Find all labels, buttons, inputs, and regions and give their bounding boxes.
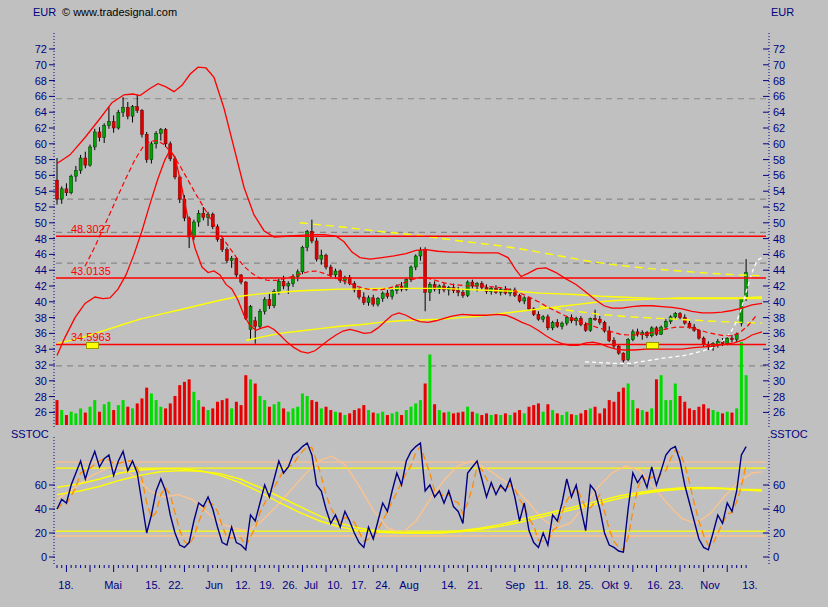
volume-bar: [325, 407, 328, 425]
candle: [112, 122, 115, 128]
candle: [697, 330, 700, 338]
volume-bar: [155, 400, 158, 425]
volume-bar: [376, 413, 379, 425]
axis-tick-label: 48: [773, 233, 785, 245]
axis-tick-label: 11.: [534, 579, 548, 591]
volume-bar: [735, 408, 738, 425]
volume-bar: [339, 413, 342, 425]
volume-bar: [169, 403, 172, 425]
volume-bar: [589, 408, 592, 425]
volume-bar: [650, 408, 653, 425]
volume-bar: [145, 388, 148, 425]
volume-bar: [216, 402, 219, 425]
candle: [730, 338, 733, 340]
axis-tick-label: 40: [35, 296, 47, 308]
candle: [103, 126, 106, 138]
axes: 7272707068686666646462626060585856565454…: [35, 33, 786, 591]
volume-bar: [122, 400, 125, 425]
volume-bar: [367, 410, 370, 425]
candle: [334, 271, 337, 275]
axis-tick-label: 28: [773, 391, 785, 403]
hline-drag-handle[interactable]: [646, 342, 659, 349]
volume-bar: [669, 400, 672, 425]
volume-bar: [60, 410, 63, 425]
candle: [235, 258, 238, 275]
volume-bar: [310, 400, 313, 425]
volume-bar: [608, 400, 611, 425]
volume-bar: [664, 400, 667, 425]
hline-label-48-3027[interactable]: 48.3027: [71, 223, 111, 235]
stochastic-panel-title-right: SSTOC: [770, 428, 808, 440]
axis-tick-label: 36: [773, 327, 785, 339]
candle: [273, 292, 276, 306]
candle: [282, 281, 285, 286]
volume-bar: [419, 400, 422, 425]
volume-bar: [273, 404, 276, 425]
axis-tick-label: 46: [773, 248, 785, 260]
volume-bar: [730, 413, 733, 425]
candle: [268, 299, 271, 305]
candle: [315, 241, 318, 259]
volume-bar: [702, 404, 705, 425]
candle: [202, 213, 205, 217]
volume-bar: [258, 396, 261, 425]
axis-tick-label: 36: [35, 327, 47, 339]
volume-bar: [136, 403, 139, 425]
volume-bar: [315, 402, 318, 425]
volume-bar: [287, 412, 290, 425]
candle: [461, 292, 464, 295]
grid-dashed-levels: [56, 99, 766, 366]
candle: [89, 147, 92, 165]
volume-bar: [353, 410, 356, 425]
axis-tick-label: 68: [35, 75, 47, 87]
axis-tick-label: 70: [773, 59, 785, 71]
volume-bar: [683, 402, 686, 425]
volume-bar: [504, 413, 507, 425]
candle: [70, 176, 73, 193]
volume-bar: [334, 412, 337, 425]
axis-tick-label: 22.: [168, 579, 183, 591]
candle: [471, 282, 474, 286]
axis-tick-label: 19.: [259, 579, 274, 591]
axis-tick-label: 26: [35, 406, 47, 418]
stoch-yellow-signal-b: [57, 471, 762, 533]
volume-bar: [386, 415, 389, 425]
candle: [688, 323, 691, 327]
axis-tick-label: 34: [35, 343, 47, 355]
volume-bar: [263, 400, 266, 425]
axis-tick-label: 25.: [578, 579, 593, 591]
volume-bar: [740, 342, 743, 425]
hline-drag-handle[interactable]: [86, 342, 99, 349]
volume-bar: [358, 408, 361, 425]
candle: [159, 130, 162, 134]
volume-bar: [240, 405, 243, 425]
volume-bar: [674, 384, 677, 426]
axis-tick-label: 21.: [467, 579, 482, 591]
candle: [376, 299, 379, 305]
volume-bar: [461, 412, 464, 425]
candle: [679, 314, 682, 318]
chart-canvas[interactable]: 7272707068686666646462626060585856565454…: [0, 0, 828, 607]
axis-tick-label: 52: [773, 201, 785, 213]
volume-bar: [244, 375, 247, 425]
axis-tick-label: 23.: [668, 579, 683, 591]
axis-tick-label: 15.: [145, 579, 160, 591]
volume-bar: [225, 398, 228, 425]
volume-bar: [542, 412, 545, 425]
volume-bar: [329, 410, 332, 425]
axis-tick-label: 18.: [58, 579, 73, 591]
axis-tick-label: 30: [35, 375, 47, 387]
candle: [518, 295, 521, 301]
axis-tick-label: 50: [35, 217, 47, 229]
axis-tick-label: 26: [773, 406, 785, 418]
hline-label-43-0135[interactable]: 43.0135: [71, 265, 111, 277]
volume-bar: [107, 402, 110, 425]
volume-bar: [306, 396, 309, 425]
volume-bar: [405, 410, 408, 425]
axis-tick-label: 50: [773, 217, 785, 229]
indicator-overlays: [57, 67, 762, 363]
candle: [528, 298, 531, 309]
candle: [664, 322, 667, 328]
volume-bar: [296, 407, 299, 425]
axis-tick-label: 24.: [375, 579, 390, 591]
